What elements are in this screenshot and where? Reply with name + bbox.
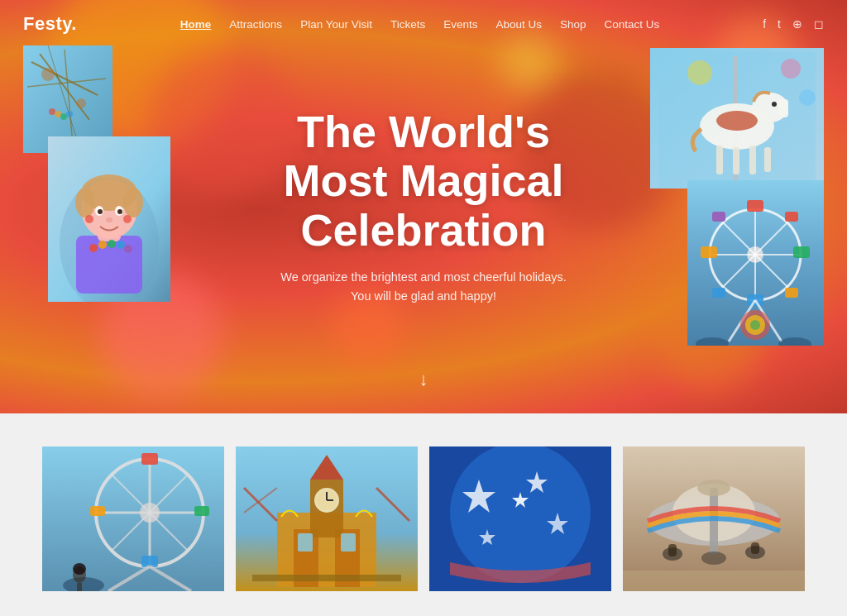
svg-point-23 — [117, 209, 122, 214]
svg-point-45 — [781, 59, 801, 79]
svg-point-18 — [75, 188, 95, 217]
svg-rect-54 — [747, 200, 763, 212]
svg-point-9 — [55, 111, 61, 117]
svg-rect-39 — [716, 146, 723, 174]
nav-tickets[interactable]: Tickets — [390, 18, 425, 31]
gallery-item-ferris-wheel — [42, 446, 224, 591]
svg-rect-56 — [701, 246, 717, 258]
svg-point-7 — [76, 98, 86, 108]
hero-left-photos — [23, 45, 170, 302]
hero-text: The World's Most Magical Celebration We … — [280, 107, 567, 307]
nav-shop[interactable]: Shop — [560, 18, 586, 31]
svg-rect-40 — [733, 147, 739, 174]
hero-title: The World's Most Magical Celebration — [280, 107, 567, 255]
hero-photo-ferris-wheel — [687, 180, 824, 346]
nav-contact-us[interactable]: Contact Us — [605, 18, 660, 31]
svg-point-113 — [697, 480, 730, 496]
gallery-item-spinning-ride — [623, 446, 805, 591]
hero-photo-carousel — [650, 48, 824, 189]
nav-events[interactable]: Events — [443, 18, 477, 31]
twitter-icon[interactable]: t — [778, 17, 781, 31]
svg-rect-79 — [194, 506, 209, 516]
gallery-section — [0, 413, 847, 591]
svg-rect-97 — [341, 533, 356, 552]
svg-rect-58 — [712, 212, 725, 222]
bokeh-circle — [149, 50, 298, 198]
facebook-icon[interactable]: f — [763, 17, 766, 31]
hero-photo-child — [48, 136, 170, 302]
svg-point-43 — [716, 111, 758, 131]
scroll-arrow[interactable]: ↓ — [419, 369, 428, 390]
svg-point-29 — [108, 240, 116, 248]
svg-point-38 — [772, 102, 777, 107]
gallery-item-balloon — [429, 446, 611, 591]
svg-rect-59 — [785, 212, 798, 222]
svg-point-6 — [41, 68, 55, 81]
svg-point-118 — [701, 552, 726, 565]
main-nav: Home Attractions Plan Your Visit Tickets… — [180, 18, 660, 31]
hero-subtitle: We organize the brightest and most cheer… — [280, 268, 567, 306]
svg-rect-78 — [90, 506, 105, 516]
svg-rect-69 — [42, 446, 224, 591]
hero-section: The World's Most Magical Celebration We … — [0, 0, 847, 413]
svg-rect-119 — [623, 571, 805, 591]
nav-home[interactable]: Home — [180, 18, 212, 31]
svg-point-66 — [750, 320, 760, 330]
svg-point-103 — [450, 446, 591, 583]
svg-point-11 — [66, 111, 73, 117]
svg-rect-117 — [751, 542, 759, 554]
svg-point-28 — [98, 241, 107, 249]
site-header: Festy. Home Attractions Plan Your Visit … — [0, 0, 847, 48]
svg-point-46 — [799, 89, 816, 106]
svg-rect-77 — [141, 556, 158, 567]
svg-rect-60 — [712, 288, 725, 298]
nav-plan-your-visit[interactable]: Plan Your Visit — [300, 18, 372, 31]
svg-rect-57 — [793, 246, 810, 258]
svg-rect-115 — [668, 544, 677, 556]
svg-point-85 — [73, 563, 86, 575]
nav-attractions[interactable]: Attractions — [229, 18, 282, 31]
svg-rect-98 — [252, 575, 401, 581]
svg-rect-76 — [141, 453, 158, 465]
gallery-item-theme-park — [236, 446, 418, 591]
svg-rect-37 — [778, 99, 788, 117]
svg-rect-42 — [764, 147, 771, 172]
svg-point-19 — [123, 188, 143, 217]
nav-about-us[interactable]: About Us — [496, 18, 543, 31]
svg-rect-61 — [785, 288, 798, 298]
svg-point-8 — [49, 108, 55, 115]
wordpress-icon[interactable]: ⊕ — [792, 17, 802, 31]
svg-point-27 — [89, 244, 98, 252]
social-icons: f t ⊕ ◻ — [763, 17, 824, 31]
site-logo[interactable]: Festy. — [23, 13, 77, 35]
svg-point-31 — [124, 245, 132, 253]
svg-point-26 — [123, 215, 132, 223]
svg-point-25 — [85, 215, 93, 223]
svg-point-44 — [687, 60, 712, 85]
svg-rect-96 — [298, 533, 313, 552]
svg-rect-41 — [749, 146, 756, 174]
svg-point-30 — [117, 241, 125, 249]
instagram-icon[interactable]: ◻ — [814, 17, 824, 31]
svg-point-22 — [98, 209, 103, 214]
svg-point-10 — [60, 113, 67, 120]
svg-point-24 — [106, 217, 112, 222]
